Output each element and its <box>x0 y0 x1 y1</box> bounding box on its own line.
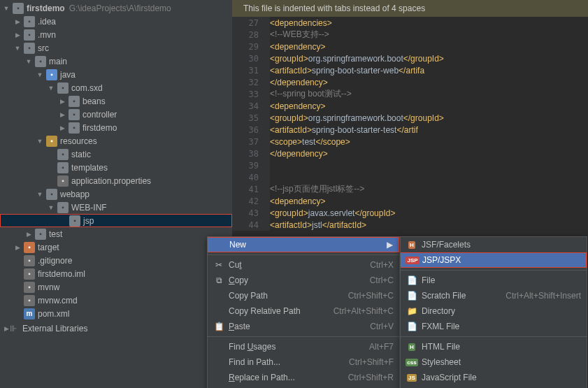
editor-gutter: 272829303132333435363738394041424344 <box>232 17 270 231</box>
code-line <box>270 171 588 183</box>
code-line: <artifactId>spring-boot-starter-web</art… <box>270 64 588 76</box>
tree-item-test[interactable]: ▪test <box>0 227 232 240</box>
chevron-icon <box>25 58 32 65</box>
tree-item-firstdemo-iml[interactable]: ▪firstdemo.iml <box>0 267 232 280</box>
editor-content[interactable]: <dependencies> <!--WEB支持--> <dependency>… <box>270 17 588 231</box>
tree-item-mvnw[interactable]: ▪mvnw <box>0 280 232 294</box>
tree-item-label: templates <box>71 163 108 173</box>
folder-icon: ▪ <box>24 16 35 27</box>
tree-item-src[interactable]: ▪src <box>0 41 232 55</box>
menu-item-cut[interactable]: ✂CutCtrl+X <box>208 257 399 273</box>
menu-item-fxml-file[interactable]: 📄FXML File <box>401 319 587 334</box>
tree-item-static[interactable]: ▪static <box>0 148 232 161</box>
menu-item-file[interactable]: 📄File <box>401 273 587 288</box>
tree-item-pom-xml[interactable]: mpom.xml <box>0 307 232 320</box>
tree-item-jsp[interactable]: ▪jsp <box>0 214 232 227</box>
tree-item--idea[interactable]: ▪.idea <box>0 15 232 28</box>
tree-item-beans[interactable]: ▪beans <box>0 94 232 108</box>
tree-item-firstdemo[interactable]: ▪firstdemo <box>0 121 232 134</box>
external-libraries[interactable]: ⊪ External Libraries <box>0 322 232 335</box>
m-icon: m <box>24 308 35 319</box>
tree-item-label: firstdemo <box>27 3 65 13</box>
tree-item-label: test <box>49 229 62 239</box>
tree-item-label: pom.xml <box>38 309 69 319</box>
file-icon: ▪ <box>24 295 35 306</box>
line-number: 27 <box>232 17 270 29</box>
new-submenu: HJSF/FaceletsJSPJSP/JSPX📄File📄Scratch Fi… <box>400 236 587 388</box>
menu-item-find-in-path---[interactable]: Find in Path...Ctrl+Shift+F <box>208 354 399 370</box>
folder-icon: ▪ <box>69 215 80 227</box>
menu-item-jsf-facelets[interactable]: HJSF/Facelets <box>401 237 587 252</box>
tree-item-label: webapp <box>60 189 89 199</box>
tree-item-resources[interactable]: ▪resources <box>0 134 232 148</box>
indent-warning-banner[interactable]: This file is indented with tabs instead … <box>232 0 588 17</box>
menu-item-label: Cut <box>229 260 356 270</box>
tree-item--mvn[interactable]: ▪.mvn <box>0 28 232 41</box>
folder-icon: ▪ <box>13 3 24 14</box>
external-libraries-label: External Libraries <box>22 324 87 333</box>
tree-item-target[interactable]: ▪target <box>0 240 232 254</box>
code-line: </dependency> <box>270 148 588 159</box>
folder-pkg-icon: ▪ <box>69 122 80 134</box>
chevron-icon <box>59 124 66 131</box>
tree-item-label: .gitignore <box>38 256 72 266</box>
line-number: 31 <box>232 64 270 76</box>
menu-item-analyze[interactable]: Analyze▶ <box>208 385 399 388</box>
menu-shortcut: Ctrl+V <box>370 322 394 331</box>
tree-item-label: mvnw.cmd <box>38 296 78 306</box>
folder-pkg-icon: ▪ <box>57 82 69 94</box>
tree-item--gitignore[interactable]: ▪.gitignore <box>0 254 232 267</box>
menu-item-paste[interactable]: 📋PasteCtrl+V <box>208 319 399 334</box>
folder-icon: ▪ <box>35 229 46 240</box>
menu-item-jsp-jspx[interactable]: JSPJSP/JSPX <box>401 252 587 268</box>
tree-item-mvnw-cmd[interactable]: ▪mvnw.cmd <box>0 294 232 307</box>
menu-item-typescript-file[interactable]: TSTypeScript File <box>401 385 587 388</box>
menu-item-icon: 📄 <box>406 322 417 331</box>
tree-item-webapp[interactable]: ▪webapp <box>0 187 232 201</box>
folder-icon: ▪ <box>24 43 35 54</box>
menu-item-find-usages[interactable]: Find UsagesAlt+F7 <box>208 339 399 354</box>
line-number: 38 <box>232 148 270 159</box>
line-number: 37 <box>232 136 270 148</box>
tree-item-web-inf[interactable]: ▪WEB-INF <box>0 201 232 214</box>
tree-item-application-properties[interactable]: ▪application.properties <box>0 174 232 187</box>
tree-item-templates[interactable]: ▪templates <box>0 161 232 174</box>
menu-item-copy-path[interactable]: Copy PathCtrl+Shift+C <box>208 288 399 303</box>
menu-item-icon: css <box>406 359 417 366</box>
menu-item-directory[interactable]: 📁Directory <box>401 303 587 319</box>
code-line: <groupId>org.springframework.boot</group… <box>270 112 588 124</box>
menu-item-copy-relative-path[interactable]: Copy Relative PathCtrl+Alt+Shift+C <box>208 303 399 319</box>
menu-item-label: File <box>422 275 581 285</box>
menu-item-html-file[interactable]: HHTML File <box>401 339 587 354</box>
tree-item-com-sxd[interactable]: ▪com.sxd <box>0 81 232 94</box>
menu-item-scratch-file[interactable]: 📄Scratch FileCtrl+Alt+Shift+Insert <box>401 288 587 303</box>
tree-item-java[interactable]: ▪java <box>0 68 232 81</box>
tree-item-label: main <box>49 57 67 66</box>
chevron-icon <box>3 325 10 332</box>
menu-item-new[interactable]: New▶ <box>208 237 399 252</box>
code-line: <dependency> <box>270 100 588 112</box>
tree-item-main[interactable]: ▪main <box>0 55 232 68</box>
menu-item-stylesheet[interactable]: cssStylesheet <box>401 354 587 370</box>
menu-item-copy[interactable]: ⧉CopyCtrl+C <box>208 273 399 288</box>
line-number: 40 <box>232 171 270 183</box>
code-line: <!--spring boot测试--> <box>270 88 588 100</box>
line-number: 35 <box>232 112 270 124</box>
tree-item-controller[interactable]: ▪controller <box>0 108 232 121</box>
tree-item-label: WEB-INF <box>71 203 107 213</box>
menu-item-label: Copy Relative Path <box>229 306 320 316</box>
tree-item-firstdemo[interactable]: ▪firstdemoG:\ideaProjects\A\firstdemo <box>0 1 232 15</box>
menu-separator <box>401 336 587 337</box>
menu-item-icon: 📄 <box>406 291 417 301</box>
line-number: 39 <box>232 159 270 171</box>
menu-shortcut: Ctrl+Shift+C <box>348 291 394 301</box>
tree-item-label: firstdemo <box>83 123 117 133</box>
menu-shortcut: Ctrl+C <box>370 275 394 285</box>
menu-item-javascript-file[interactable]: JSJavaScript File <box>401 370 587 385</box>
menu-shortcut: Alt+F7 <box>369 342 394 352</box>
menu-item-label: JavaScript File <box>422 373 581 382</box>
menu-item-replace-in-path---[interactable]: Replace in Path...Ctrl+Shift+R <box>208 370 399 385</box>
code-line: <dependency> <box>270 195 588 207</box>
banner-text: This file is indented with tabs instead … <box>243 3 425 13</box>
line-number: 28 <box>232 29 270 41</box>
